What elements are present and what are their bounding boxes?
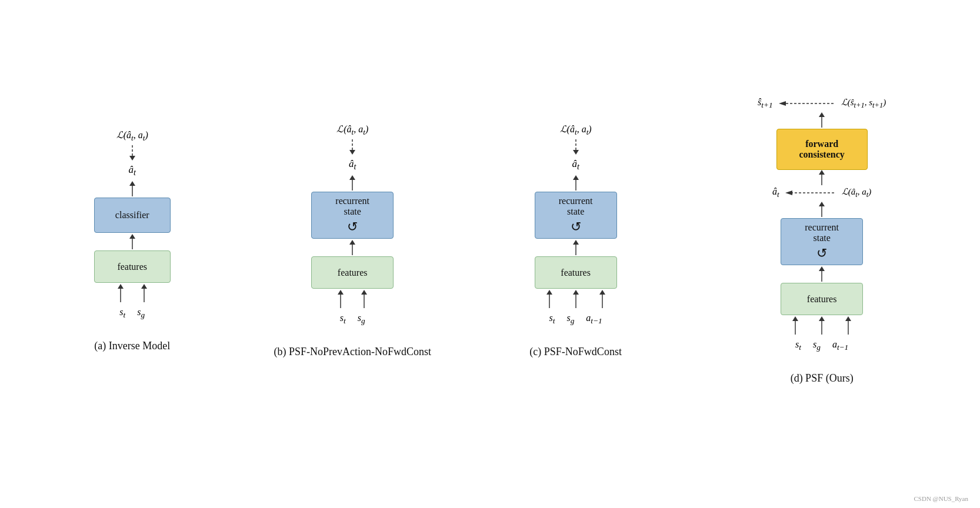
dashed-arrow-b bbox=[346, 138, 358, 156]
fwd-consistency-box: forward consistency bbox=[776, 129, 868, 170]
solid-arrow-c1 bbox=[570, 174, 582, 192]
classifier-box: classifier bbox=[94, 198, 171, 233]
input-at-d: at−1 bbox=[832, 339, 848, 352]
inputs-c: st sg at−1 bbox=[549, 313, 602, 326]
svg-marker-35 bbox=[819, 112, 825, 117]
svg-marker-41 bbox=[819, 202, 825, 206]
inputs-d: st sg at−1 bbox=[795, 339, 848, 352]
dashed-arrow-c bbox=[570, 138, 582, 156]
input-at-c: at−1 bbox=[586, 313, 602, 326]
solid-arrow-d-top bbox=[816, 112, 828, 129]
svg-marker-13 bbox=[349, 175, 355, 180]
input-st-a: st bbox=[119, 307, 125, 320]
recurrent-icon-b: ↺ bbox=[347, 219, 358, 235]
features-box-b: features bbox=[311, 256, 394, 289]
input-sg-b: sg bbox=[358, 313, 365, 326]
top-row-d: ŝt+1 ℒ(ŝt+1, st+1) bbox=[758, 97, 886, 110]
input-st-b: st bbox=[340, 313, 346, 326]
recurrent-box-c: recurrentstate ↺ bbox=[535, 192, 617, 239]
fwd-text2: consistency bbox=[799, 149, 844, 160]
fwd-text1: forward bbox=[805, 139, 838, 149]
solid-arrow-b1 bbox=[346, 174, 358, 192]
svg-marker-43 bbox=[819, 266, 825, 271]
diagram-c: ℒ(ât, at) ât recurrentstate ↺ features bbox=[535, 123, 617, 326]
svg-marker-1 bbox=[129, 156, 135, 161]
diagram-d: ŝt+1 ℒ(ŝt+1, st+1) forward consistency â… bbox=[758, 97, 886, 353]
svg-marker-9 bbox=[141, 284, 147, 289]
inputs-arrows-c bbox=[538, 289, 614, 309]
loss-a: ℒ(ât, at) bbox=[116, 129, 148, 143]
svg-marker-21 bbox=[573, 150, 579, 155]
output-b: ât bbox=[349, 158, 356, 172]
top-loss-d: ℒ(ŝt+1, st+1) bbox=[841, 97, 886, 110]
solid-arrow-a2 bbox=[126, 233, 138, 250]
svg-marker-23 bbox=[573, 175, 579, 180]
inputs-arrows-d bbox=[784, 315, 860, 336]
svg-marker-19 bbox=[361, 290, 367, 295]
inputs-a: st sg bbox=[119, 307, 145, 320]
features-box-a: features bbox=[94, 250, 171, 283]
recurrent-box-d: recurrentstate ↺ bbox=[781, 218, 863, 265]
svg-marker-37 bbox=[819, 170, 825, 175]
label-a: (a) Inverse Model bbox=[94, 340, 170, 352]
watermark: CSDN @NUS_Ryan bbox=[914, 495, 968, 502]
input-st-d: st bbox=[795, 339, 801, 352]
svg-marker-29 bbox=[573, 290, 579, 295]
label-d: (d) PSF (Ours) bbox=[791, 372, 854, 385]
main-container: ℒ(ât, at) ât classifier features bbox=[0, 0, 980, 508]
mid-row-d: ât ℒ(ât, at) bbox=[772, 186, 871, 199]
solid-arrow-b2 bbox=[346, 239, 358, 256]
recurrent-icon-c: ↺ bbox=[571, 219, 581, 235]
solid-arrow-a1 bbox=[126, 180, 138, 198]
features-box-d: features bbox=[781, 283, 863, 315]
mid-loss-d: ℒ(ât, at) bbox=[842, 186, 871, 199]
svg-marker-15 bbox=[349, 240, 355, 245]
input-sg-a: sg bbox=[137, 307, 145, 320]
features-box-c: features bbox=[535, 256, 617, 289]
top-output-d: ŝt+1 bbox=[758, 97, 773, 110]
inputs-arrows-b bbox=[326, 289, 379, 309]
svg-marker-33 bbox=[779, 101, 786, 106]
top-dashed-arrow-d bbox=[778, 99, 836, 108]
recurrent-box-b: recurrentstate ↺ bbox=[311, 192, 394, 239]
loss-c: ℒ(ât, at) bbox=[560, 123, 592, 137]
recurrent-icon-d: ↺ bbox=[816, 246, 827, 261]
svg-marker-25 bbox=[573, 240, 579, 245]
label-b: (b) PSF-NoPrevAction-NoFwdConst bbox=[274, 346, 431, 358]
label-c: (c) PSF-NoFwdConst bbox=[529, 346, 622, 358]
svg-marker-7 bbox=[118, 284, 124, 289]
solid-arrow-d3 bbox=[816, 202, 828, 218]
solid-arrow-d2 bbox=[816, 170, 828, 186]
svg-marker-27 bbox=[546, 290, 552, 295]
svg-marker-3 bbox=[129, 181, 135, 186]
svg-marker-17 bbox=[338, 290, 344, 295]
svg-marker-31 bbox=[599, 290, 605, 295]
output-c: ât bbox=[572, 158, 579, 172]
input-st-c: st bbox=[549, 313, 555, 326]
output-a: ât bbox=[129, 164, 136, 178]
loss-b: ℒ(ât, at) bbox=[336, 123, 368, 137]
mid-dashed-arrow-d bbox=[784, 188, 837, 198]
svg-marker-45 bbox=[792, 316, 798, 321]
svg-marker-47 bbox=[819, 316, 825, 321]
solid-arrow-c2 bbox=[570, 239, 582, 256]
input-sg-d: sg bbox=[813, 339, 821, 352]
inputs-b: st sg bbox=[340, 313, 365, 326]
inputs-arrows-a bbox=[106, 283, 159, 303]
input-sg-c: sg bbox=[566, 313, 574, 326]
solid-arrow-d4 bbox=[816, 265, 828, 283]
svg-marker-49 bbox=[845, 316, 851, 321]
svg-marker-5 bbox=[129, 234, 135, 239]
dashed-arrow-a bbox=[126, 144, 138, 162]
diagram-a: ℒ(ât, at) ât classifier features bbox=[94, 129, 171, 320]
svg-marker-11 bbox=[349, 150, 355, 155]
mid-output-d: ât bbox=[772, 186, 779, 199]
diagram-b: ℒ(ât, at) ât recurrentstate ↺ features s… bbox=[311, 123, 394, 326]
svg-marker-39 bbox=[785, 190, 792, 195]
